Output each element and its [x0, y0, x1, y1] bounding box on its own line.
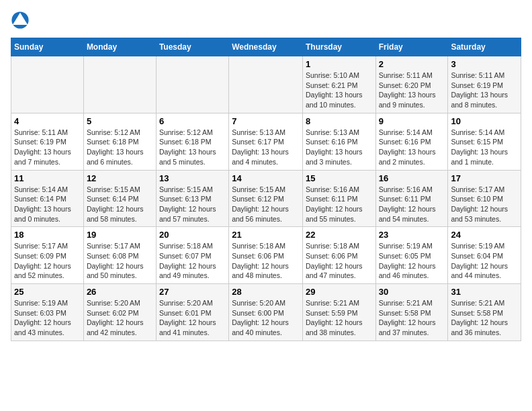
calendar-cell	[11, 56, 84, 113]
day-number: 3	[451, 59, 518, 69]
day-detail: Sunrise: 5:21 AM Sunset: 5:59 PM Dayligh…	[306, 298, 373, 338]
day-number: 16	[379, 173, 445, 183]
page-header	[11, 11, 521, 30]
calendar-cell: 31Sunrise: 5:21 AM Sunset: 5:58 PM Dayli…	[448, 284, 521, 341]
day-number: 1	[306, 59, 373, 69]
day-detail: Sunrise: 5:10 AM Sunset: 6:21 PM Dayligh…	[306, 71, 373, 110]
calendar-cell: 12Sunrise: 5:15 AM Sunset: 6:14 PM Dayli…	[83, 170, 156, 227]
day-number: 28	[232, 287, 300, 297]
day-detail: Sunrise: 5:11 AM Sunset: 6:20 PM Dayligh…	[379, 71, 445, 110]
day-detail: Sunrise: 5:12 AM Sunset: 6:18 PM Dayligh…	[159, 128, 226, 167]
calendar-cell: 25Sunrise: 5:19 AM Sunset: 6:03 PM Dayli…	[11, 284, 84, 341]
calendar-cell: 14Sunrise: 5:15 AM Sunset: 6:12 PM Dayli…	[229, 170, 303, 227]
calendar-cell	[156, 56, 228, 113]
day-detail: Sunrise: 5:13 AM Sunset: 6:17 PM Dayligh…	[232, 128, 300, 167]
day-header-sunday: Sunday	[11, 38, 84, 56]
day-header-wednesday: Wednesday	[229, 38, 303, 56]
day-detail: Sunrise: 5:16 AM Sunset: 6:11 PM Dayligh…	[306, 185, 373, 224]
day-detail: Sunrise: 5:13 AM Sunset: 6:16 PM Dayligh…	[306, 128, 373, 167]
day-number: 19	[87, 230, 153, 240]
week-row-3: 11Sunrise: 5:14 AM Sunset: 6:14 PM Dayli…	[11, 170, 521, 227]
calendar-cell: 15Sunrise: 5:16 AM Sunset: 6:11 PM Dayli…	[302, 170, 375, 227]
calendar-cell: 11Sunrise: 5:14 AM Sunset: 6:14 PM Dayli…	[11, 170, 84, 227]
calendar-cell: 7Sunrise: 5:13 AM Sunset: 6:17 PM Daylig…	[229, 113, 303, 170]
day-detail: Sunrise: 5:15 AM Sunset: 6:14 PM Dayligh…	[87, 185, 153, 224]
day-detail: Sunrise: 5:21 AM Sunset: 5:58 PM Dayligh…	[451, 298, 518, 338]
day-number: 21	[232, 230, 300, 240]
calendar-cell: 28Sunrise: 5:20 AM Sunset: 6:00 PM Dayli…	[229, 284, 303, 341]
day-header-friday: Friday	[375, 38, 448, 56]
day-detail: Sunrise: 5:11 AM Sunset: 6:19 PM Dayligh…	[451, 71, 518, 110]
day-detail: Sunrise: 5:16 AM Sunset: 6:11 PM Dayligh…	[379, 185, 445, 224]
calendar-cell: 27Sunrise: 5:20 AM Sunset: 6:01 PM Dayli…	[156, 284, 228, 341]
day-number: 11	[14, 173, 81, 183]
day-number: 23	[379, 230, 445, 240]
day-number: 31	[451, 287, 518, 297]
week-row-5: 25Sunrise: 5:19 AM Sunset: 6:03 PM Dayli…	[11, 284, 521, 341]
day-number: 15	[306, 173, 373, 183]
day-detail: Sunrise: 5:20 AM Sunset: 6:00 PM Dayligh…	[232, 298, 300, 338]
day-detail: Sunrise: 5:21 AM Sunset: 5:58 PM Dayligh…	[379, 298, 445, 338]
day-detail: Sunrise: 5:15 AM Sunset: 6:12 PM Dayligh…	[232, 185, 300, 224]
day-number: 17	[451, 173, 518, 183]
calendar-cell: 6Sunrise: 5:12 AM Sunset: 6:18 PM Daylig…	[156, 113, 228, 170]
calendar-cell: 22Sunrise: 5:18 AM Sunset: 6:06 PM Dayli…	[302, 227, 375, 284]
day-detail: Sunrise: 5:17 AM Sunset: 6:10 PM Dayligh…	[451, 185, 518, 224]
calendar-cell: 17Sunrise: 5:17 AM Sunset: 6:10 PM Dayli…	[448, 170, 521, 227]
calendar-cell: 3Sunrise: 5:11 AM Sunset: 6:19 PM Daylig…	[448, 56, 521, 113]
calendar-cell: 5Sunrise: 5:12 AM Sunset: 6:18 PM Daylig…	[83, 113, 156, 170]
day-number: 24	[451, 230, 518, 240]
calendar-cell: 18Sunrise: 5:17 AM Sunset: 6:09 PM Dayli…	[11, 227, 84, 284]
day-detail: Sunrise: 5:14 AM Sunset: 6:14 PM Dayligh…	[14, 185, 81, 224]
calendar-cell: 19Sunrise: 5:17 AM Sunset: 6:08 PM Dayli…	[83, 227, 156, 284]
day-detail: Sunrise: 5:19 AM Sunset: 6:05 PM Dayligh…	[379, 241, 445, 281]
day-detail: Sunrise: 5:19 AM Sunset: 6:04 PM Dayligh…	[451, 241, 518, 281]
calendar-cell: 1Sunrise: 5:10 AM Sunset: 6:21 PM Daylig…	[302, 56, 375, 113]
day-number: 30	[379, 287, 445, 297]
calendar-cell: 10Sunrise: 5:14 AM Sunset: 6:15 PM Dayli…	[448, 113, 521, 170]
day-number: 25	[14, 287, 81, 297]
day-detail: Sunrise: 5:20 AM Sunset: 6:01 PM Dayligh…	[159, 298, 226, 338]
calendar-cell: 26Sunrise: 5:20 AM Sunset: 6:02 PM Dayli…	[83, 284, 156, 341]
day-detail: Sunrise: 5:18 AM Sunset: 6:06 PM Dayligh…	[306, 241, 373, 281]
day-detail: Sunrise: 5:14 AM Sunset: 6:15 PM Dayligh…	[451, 128, 518, 167]
day-number: 22	[306, 230, 373, 240]
calendar-cell: 8Sunrise: 5:13 AM Sunset: 6:16 PM Daylig…	[302, 113, 375, 170]
calendar-table: SundayMondayTuesdayWednesdayThursdayFrid…	[11, 38, 521, 341]
calendar-cell	[229, 56, 303, 113]
week-row-1: 1Sunrise: 5:10 AM Sunset: 6:21 PM Daylig…	[11, 56, 521, 113]
day-header-saturday: Saturday	[448, 38, 521, 56]
calendar-cell: 21Sunrise: 5:18 AM Sunset: 6:06 PM Dayli…	[229, 227, 303, 284]
day-detail: Sunrise: 5:15 AM Sunset: 6:13 PM Dayligh…	[159, 185, 226, 224]
calendar-cell: 2Sunrise: 5:11 AM Sunset: 6:20 PM Daylig…	[375, 56, 448, 113]
calendar-cell: 4Sunrise: 5:11 AM Sunset: 6:19 PM Daylig…	[11, 113, 84, 170]
week-row-4: 18Sunrise: 5:17 AM Sunset: 6:09 PM Dayli…	[11, 227, 521, 284]
calendar-body: 1Sunrise: 5:10 AM Sunset: 6:21 PM Daylig…	[11, 56, 521, 341]
day-header-thursday: Thursday	[302, 38, 375, 56]
day-detail: Sunrise: 5:19 AM Sunset: 6:03 PM Dayligh…	[14, 298, 81, 338]
day-detail: Sunrise: 5:18 AM Sunset: 6:06 PM Dayligh…	[232, 241, 300, 281]
day-number: 29	[306, 287, 373, 297]
header-row: SundayMondayTuesdayWednesdayThursdayFrid…	[11, 38, 521, 56]
day-number: 12	[87, 173, 153, 183]
day-detail: Sunrise: 5:12 AM Sunset: 6:18 PM Dayligh…	[87, 128, 153, 167]
logo-icon	[11, 11, 30, 30]
week-row-2: 4Sunrise: 5:11 AM Sunset: 6:19 PM Daylig…	[11, 113, 521, 170]
day-number: 10	[451, 116, 518, 126]
calendar-cell: 16Sunrise: 5:16 AM Sunset: 6:11 PM Dayli…	[375, 170, 448, 227]
day-number: 5	[87, 116, 153, 126]
day-detail: Sunrise: 5:11 AM Sunset: 6:19 PM Dayligh…	[14, 128, 81, 167]
day-number: 20	[159, 230, 226, 240]
calendar-cell: 29Sunrise: 5:21 AM Sunset: 5:59 PM Dayli…	[302, 284, 375, 341]
day-number: 27	[159, 287, 226, 297]
day-number: 9	[379, 116, 445, 126]
day-header-tuesday: Tuesday	[156, 38, 228, 56]
calendar-cell: 30Sunrise: 5:21 AM Sunset: 5:58 PM Dayli…	[375, 284, 448, 341]
day-detail: Sunrise: 5:17 AM Sunset: 6:08 PM Dayligh…	[87, 241, 153, 281]
day-number: 6	[159, 116, 226, 126]
day-number: 18	[14, 230, 81, 240]
day-number: 8	[306, 116, 373, 126]
calendar-cell: 13Sunrise: 5:15 AM Sunset: 6:13 PM Dayli…	[156, 170, 228, 227]
calendar-cell: 20Sunrise: 5:18 AM Sunset: 6:07 PM Dayli…	[156, 227, 228, 284]
calendar-header: SundayMondayTuesdayWednesdayThursdayFrid…	[11, 38, 521, 56]
